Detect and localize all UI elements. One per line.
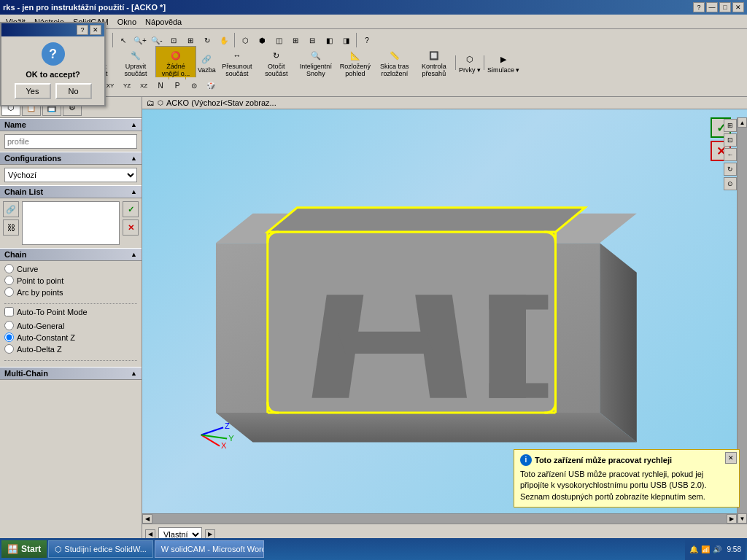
maximize-button[interactable]: □ bbox=[719, 2, 731, 12]
chainlist-btn-unlink[interactable]: ⛓ bbox=[3, 219, 19, 236]
toolbar-btn-select[interactable]: ↖ bbox=[115, 32, 131, 48]
simulate-icon: ▶ bbox=[495, 51, 511, 67]
configurations-section-header[interactable]: Configurations ▲ bbox=[0, 152, 142, 165]
toolbar-btn-view4[interactable]: ⊞ bbox=[287, 32, 303, 48]
chainlist-btn-remove[interactable]: ✕ bbox=[123, 219, 139, 236]
configurations-title: Configurations bbox=[4, 154, 61, 163]
dialog-title-bar: ? ✕ bbox=[1, 23, 104, 36]
toolbar-btn-view6[interactable]: ◧ bbox=[321, 32, 337, 48]
chain-radio-curve[interactable] bbox=[4, 264, 14, 273]
toolbar-kontrola[interactable]: 🔲 Kontrola přesahů bbox=[414, 47, 454, 79]
perspective-view[interactable]: P bbox=[169, 77, 185, 93]
vp-btn-rotate2[interactable]: ↻ bbox=[724, 163, 737, 176]
dialog-yes-btn[interactable]: Yes bbox=[15, 83, 51, 99]
toolbar-btn-view7[interactable]: ◨ bbox=[338, 32, 354, 48]
toolbar-prvky[interactable]: ⬡ Prvky ▾ bbox=[457, 50, 482, 75]
taskbar-solidworks[interactable]: ⬡ Studijní edice SolidW... bbox=[48, 540, 153, 558]
toolbar-row-3: X Y Z X̄ Ȳ Z̄ XY YZ XZ N P ⊙ 🎲 bbox=[1, 76, 746, 95]
toolbar-vazba[interactable]: 🔗 Vazba bbox=[196, 50, 217, 75]
auto-general-label: Auto-General bbox=[17, 322, 64, 330]
external-label: Žádné vnější o... bbox=[158, 63, 194, 78]
dialog-help-btn[interactable]: ? bbox=[77, 25, 88, 35]
minimize-button[interactable]: — bbox=[706, 2, 718, 12]
chainlist-area: 🔗 ⛓ ✓ ✕ bbox=[0, 198, 142, 248]
toolbar-presunout[interactable]: ↔ Přesunout součást bbox=[217, 47, 257, 79]
help-button[interactable]: ? bbox=[693, 2, 705, 12]
toolbar-intelligent[interactable]: 🔍 Inteligentní Snohy bbox=[296, 47, 336, 79]
chainlist-btn-add[interactable]: ✓ bbox=[123, 201, 139, 217]
multichain-section-header[interactable]: Multi-Chain ▲ bbox=[0, 367, 142, 380]
view-3d[interactable]: 🎲 bbox=[203, 77, 219, 93]
vp-btn-zoom-fit2[interactable]: ⊡ bbox=[724, 133, 737, 147]
vp-scroll-up[interactable]: ▲ bbox=[738, 117, 747, 128]
vp-btn-zoom-prev[interactable]: ← bbox=[724, 148, 737, 161]
chain-option-point: Point to point bbox=[4, 276, 137, 285]
axis-indicator: Z X Y bbox=[201, 421, 234, 449]
dialog-icon: ? bbox=[42, 42, 65, 66]
normal-view[interactable]: N bbox=[152, 77, 169, 93]
auto-delta-radio[interactable] bbox=[4, 344, 14, 354]
viewport-header: 🗂 ⬡ ACKO (Výchozí<Stav zobraz... bbox=[142, 97, 747, 109]
configurations-select[interactable]: Výchozí bbox=[4, 168, 137, 182]
taskbar-time: 9:58 bbox=[727, 545, 741, 553]
toolbar-btn-rotate[interactable]: ↻ bbox=[199, 32, 215, 48]
toolbar-otocit[interactable]: ↻ Otočit součást bbox=[257, 47, 296, 79]
name-input[interactable] bbox=[4, 134, 137, 149]
panel-scroll[interactable]: Name ▲ Configurations ▲ Výchozí Chain Li… bbox=[0, 118, 142, 544]
auto-constant-radio[interactable] bbox=[4, 332, 14, 342]
chain-radio-point[interactable] bbox=[4, 276, 14, 285]
dialog-buttons: Yes No bbox=[7, 83, 98, 99]
rotate-part-icon: ↻ bbox=[268, 47, 285, 63]
dialog-no-btn[interactable]: No bbox=[55, 83, 92, 99]
start-icon: 🪟 bbox=[7, 544, 18, 554]
toolbar-btn-view5[interactable]: ⊟ bbox=[304, 32, 320, 48]
chain-section-header[interactable]: Chain ▲ bbox=[0, 248, 142, 261]
notification-close-btn[interactable]: ✕ bbox=[725, 452, 737, 464]
toolbar-btn-view3[interactable]: ◫ bbox=[271, 32, 287, 48]
vp-btn-zoom-area[interactable]: ⊞ bbox=[724, 119, 737, 132]
vp-btn-section[interactable]: ⊙ bbox=[724, 177, 737, 190]
toolbar-skica[interactable]: 📏 Skica tras rozložení bbox=[375, 47, 414, 79]
toolbar-btn-view1[interactable]: ⬡ bbox=[237, 32, 253, 48]
toolbar-simulace[interactable]: ▶ Simulace ▾ bbox=[486, 50, 522, 75]
chainlist-btn-link[interactable]: 🔗 bbox=[3, 201, 19, 217]
vp-scroll-down[interactable]: ▼ bbox=[738, 513, 747, 524]
edit-label: Upravit součást bbox=[117, 63, 154, 78]
viewport-nav-icon: 🗂 bbox=[147, 98, 155, 107]
taskbar-word[interactable]: W solidCAM - Microsoft Word bbox=[155, 540, 264, 558]
section-view[interactable]: ⊙ bbox=[186, 77, 202, 93]
toolbar-upravit[interactable]: 🔧 Upravit součást bbox=[116, 47, 155, 79]
external-icon: ⭕ bbox=[168, 47, 184, 63]
vp-scroll-thumb-h[interactable] bbox=[152, 514, 727, 524]
separator-1 bbox=[4, 303, 137, 304]
chainlist-arrow: ▲ bbox=[131, 188, 137, 195]
toolbar-btn-zoom-in[interactable]: 🔍+ bbox=[132, 32, 148, 48]
toolbar-btn-view2[interactable]: ⬢ bbox=[254, 32, 270, 48]
toolbar-btn-pan[interactable]: ✋ bbox=[216, 32, 232, 48]
start-button[interactable]: 🪟 Start bbox=[1, 540, 47, 558]
vp-scroll-left[interactable]: ◀ bbox=[142, 514, 152, 524]
menu-okno[interactable]: Okno bbox=[113, 16, 141, 28]
chainlist-section-header[interactable]: Chain List ▲ bbox=[0, 185, 142, 198]
name-section-header[interactable]: Name ▲ bbox=[0, 118, 142, 131]
toolbar-rozlozeny[interactable]: 📐 Rozložený pohled bbox=[336, 47, 375, 79]
solidworks-label: Studijní edice SolidW... bbox=[64, 545, 147, 553]
vp-scroll-right[interactable]: ▶ bbox=[727, 514, 737, 524]
chain-radio-arc[interactable] bbox=[4, 287, 14, 297]
toolbar-zadne[interactable]: ⭕ Žádné vnější o... bbox=[155, 46, 196, 79]
notification-title-text: Toto zařízení může pracovat rychleji bbox=[535, 456, 672, 464]
chain-label-arc: Arc by points bbox=[17, 288, 63, 297]
chain-label-curve: Curve bbox=[17, 265, 38, 273]
auto-point-checkbox[interactable] bbox=[4, 307, 14, 316]
axis-xz[interactable]: XZ bbox=[136, 77, 152, 93]
close-button[interactable]: ✕ bbox=[732, 2, 744, 12]
dialog-close-btn[interactable]: ✕ bbox=[90, 25, 101, 35]
axis-yz[interactable]: YZ bbox=[119, 77, 135, 93]
menu-napoveda[interactable]: Nápověda bbox=[141, 16, 186, 28]
base-front bbox=[216, 413, 637, 442]
auto-general-radio[interactable] bbox=[4, 321, 14, 330]
toolbar-btn-help[interactable]: ? bbox=[359, 32, 375, 48]
c-shape-bottom bbox=[489, 384, 548, 398]
viewport-title: ACKO (Výchozí<Stav zobraz... bbox=[166, 98, 276, 107]
taskbar: 🪟 Start ⬡ Studijní edice SolidW... W sol… bbox=[0, 538, 747, 560]
